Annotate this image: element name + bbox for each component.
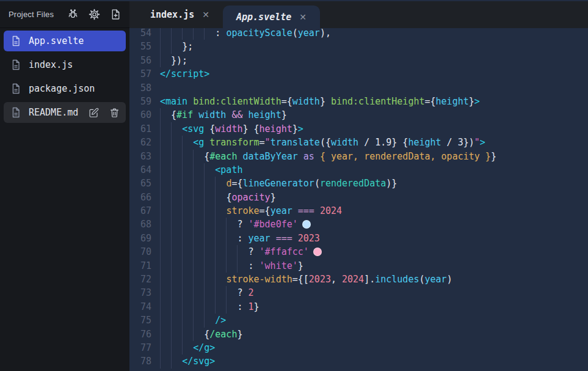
code-token: }; bbox=[182, 41, 193, 52]
file-item-index.js[interactable]: index.js bbox=[4, 54, 126, 75]
code-token: year bbox=[425, 274, 447, 285]
code-line[interactable]: 71 : 'white'} bbox=[129, 259, 588, 273]
code-token: /each bbox=[209, 329, 237, 340]
line-number: 59 bbox=[129, 95, 151, 108]
code-token: " bbox=[474, 137, 480, 148]
code-token: renderedData bbox=[320, 178, 386, 189]
code-token: ({ bbox=[320, 137, 331, 148]
file-item-App.svelte[interactable]: App.svelte bbox=[4, 31, 126, 51]
indent-guides bbox=[160, 191, 223, 204]
code-editor[interactable]: 54 : opacityScale(year),55 };56 });57</s… bbox=[129, 28, 588, 371]
code-line[interactable]: 72 stroke-width={[2023, 2024].includes(y… bbox=[129, 273, 588, 286]
code-line[interactable]: 60 {#if width && height} bbox=[129, 108, 588, 122]
indent-guides bbox=[160, 286, 234, 299]
indent-guides bbox=[160, 54, 169, 67]
code-line[interactable]: 75 /> bbox=[129, 314, 588, 327]
file-item-package.json[interactable]: package.json bbox=[4, 78, 126, 99]
code-line[interactable]: 57</script> bbox=[129, 67, 588, 81]
code-line[interactable]: 77 </g> bbox=[129, 341, 588, 354]
code-token: } bbox=[292, 123, 298, 134]
code-line[interactable]: 68 ? '#bde0fe' bbox=[129, 218, 588, 231]
sidebar-header-icons bbox=[65, 7, 123, 23]
code-token: : bbox=[215, 28, 226, 39]
code-token: && bbox=[231, 109, 242, 120]
tab-index.js[interactable]: index.js✕ bbox=[142, 1, 218, 28]
code-token: , bbox=[331, 274, 342, 285]
code-token: 2024 bbox=[320, 205, 342, 216]
line-number: 76 bbox=[129, 328, 151, 341]
code-line[interactable]: 58 bbox=[129, 81, 588, 95]
line-number: 69 bbox=[129, 232, 151, 245]
sidebar-title: Project Files bbox=[9, 10, 65, 19]
code-line[interactable]: 64 <path bbox=[129, 163, 588, 177]
code-line[interactable]: 62 <g transform="translate({width / 1.9}… bbox=[129, 136, 588, 149]
close-icon[interactable]: ✕ bbox=[202, 10, 209, 20]
gear-icon bbox=[88, 8, 101, 21]
code-line[interactable]: 78 </svg> bbox=[129, 354, 588, 368]
line-number: 57 bbox=[129, 67, 151, 81]
tab-App.svelte[interactable]: App.svelte✕ bbox=[223, 6, 320, 28]
code-token: === bbox=[298, 205, 314, 216]
close-icon[interactable]: ✕ bbox=[299, 12, 307, 22]
code-lines: 54 : opacityScale(year),55 };56 });57</s… bbox=[129, 28, 588, 369]
indent-guides bbox=[160, 273, 223, 286]
code-line[interactable]: 70 ? '#ffafcc' bbox=[129, 245, 588, 259]
tab-label: App.svelte bbox=[236, 12, 291, 23]
code-line[interactable]: 63 {#each dataByYear as { year, rendered… bbox=[129, 150, 588, 163]
code-line[interactable]: 66 {opacity} bbox=[129, 191, 588, 204]
code-token: } { bbox=[242, 123, 259, 134]
code-line[interactable]: 67 stroke={year === 2024 bbox=[129, 204, 588, 218]
code-line[interactable]: 65 d={lineGenerator(renderedData)} bbox=[129, 177, 588, 190]
line-number: 62 bbox=[129, 136, 151, 149]
code-line[interactable]: 56 }); bbox=[129, 54, 588, 67]
color-swatch[interactable] bbox=[302, 220, 311, 229]
code-token: : bbox=[237, 301, 248, 312]
line-number: 74 bbox=[129, 300, 151, 314]
code-line[interactable]: 69 : year === 2023 bbox=[129, 232, 588, 245]
file-label: index.js bbox=[29, 59, 73, 70]
code-token: ={ bbox=[260, 205, 270, 216]
code-line[interactable]: 61 <svg {width} {height}> bbox=[129, 122, 588, 136]
tab-label: index.js bbox=[150, 9, 194, 20]
code-token: width bbox=[198, 109, 226, 120]
code-token: opacityScale bbox=[226, 28, 292, 39]
line-number: 54 bbox=[129, 28, 151, 40]
code-line[interactable]: 54 : opacityScale(year), bbox=[129, 28, 588, 40]
code-token: { bbox=[204, 329, 209, 340]
code-token: bind:clientHeight bbox=[331, 96, 425, 107]
settings-button[interactable] bbox=[86, 7, 102, 23]
document-icon bbox=[10, 83, 22, 95]
code-token: : bbox=[237, 233, 248, 244]
code-token: }); bbox=[171, 55, 187, 66]
code-line[interactable]: 55 }; bbox=[129, 40, 588, 53]
code-line[interactable]: 76 {/each} bbox=[129, 328, 588, 341]
file-item-README.md[interactable]: README.md bbox=[4, 102, 126, 123]
line-number: 55 bbox=[129, 40, 151, 53]
file-label: App.svelte bbox=[29, 35, 84, 46]
new-file-button[interactable] bbox=[107, 7, 123, 23]
line-number: 71 bbox=[129, 259, 151, 273]
color-swatch[interactable] bbox=[313, 248, 322, 256]
code-token: height bbox=[260, 123, 292, 134]
delete-file-button[interactable] bbox=[107, 106, 121, 119]
code-token: ( bbox=[314, 178, 320, 189]
code-token: width bbox=[292, 96, 320, 107]
code-line[interactable]: 73 ? 2 bbox=[129, 286, 588, 299]
edit-file-button[interactable] bbox=[87, 106, 100, 119]
code-token bbox=[193, 109, 198, 120]
debug-button[interactable] bbox=[65, 7, 81, 23]
indent-guides bbox=[160, 232, 234, 245]
code-line[interactable]: 59<main bind:clientWidth={width} bind:cl… bbox=[129, 95, 588, 108]
code-line[interactable]: 74 : 1} bbox=[129, 300, 588, 314]
indent-guides bbox=[160, 163, 212, 177]
editor-pane: index.js✕App.svelte✕ 54 : opacityScale(y… bbox=[129, 1, 588, 371]
code-token: <path bbox=[215, 164, 242, 175]
document-icon bbox=[10, 35, 22, 47]
line-number: 72 bbox=[129, 273, 151, 286]
code-token: ={ bbox=[231, 178, 242, 189]
code-token: /> bbox=[215, 315, 226, 326]
document-icon bbox=[10, 106, 22, 119]
line-number: 77 bbox=[129, 341, 151, 354]
code-token: > bbox=[474, 96, 480, 107]
indent-guides bbox=[160, 354, 180, 368]
